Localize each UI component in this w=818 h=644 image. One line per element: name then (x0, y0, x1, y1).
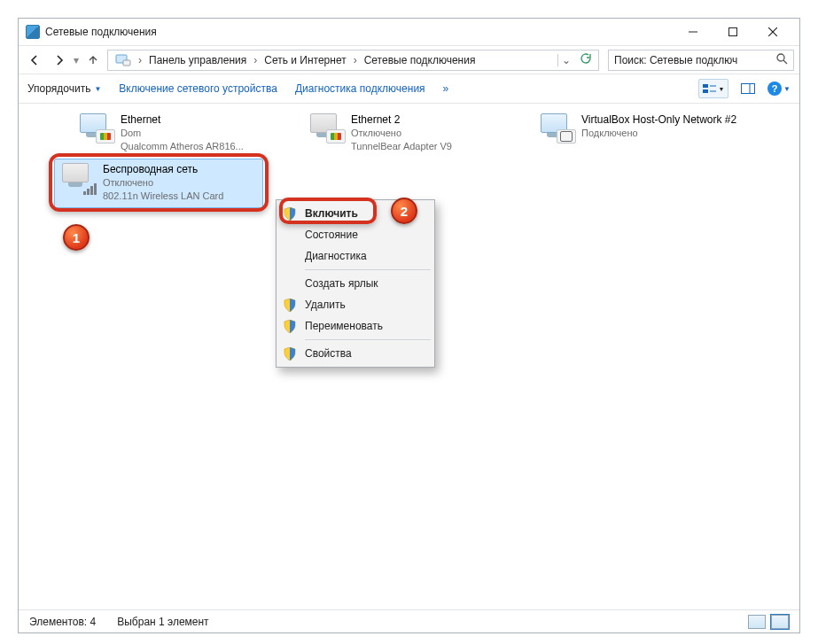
cmd-organize[interactable]: Упорядочить▼ (27, 82, 101, 95)
shield-icon (284, 299, 296, 312)
breadcrumb-item[interactable]: Панель управления (145, 50, 250, 70)
connection-ethernet[interactable]: Ethernet Dom Qualcomm Atheros AR816... (72, 109, 293, 159)
nav-history-dropdown[interactable]: ▾ (74, 54, 79, 66)
connection-status: Dom (121, 127, 244, 140)
chevron-right-icon[interactable]: › (136, 54, 144, 66)
connection-virtualbox[interactable]: VirtualBox Host-Only Network #2 Подключе… (533, 109, 754, 159)
chevron-down-icon: ▼ (719, 86, 725, 92)
svg-rect-9 (703, 89, 708, 93)
help-icon: ? (767, 81, 782, 96)
breadcrumb-root-icon[interactable] (112, 50, 135, 70)
status-selection: Выбран 1 элемент (117, 616, 208, 628)
ctx-separator (305, 339, 431, 340)
ctx-create-shortcut[interactable]: Создать ярлык (278, 273, 432, 294)
window-title: Сетевые подключения (45, 26, 157, 38)
connection-status: Отключено (103, 176, 223, 190)
chevron-right-icon[interactable]: › (252, 54, 259, 66)
close-button[interactable] (752, 19, 792, 44)
help-button[interactable]: ? ▼ (767, 81, 791, 96)
search-icon (776, 53, 788, 67)
chevron-down-icon: ▼ (783, 85, 791, 93)
ctx-properties[interactable]: Свойства (278, 343, 432, 364)
ctx-separator (305, 269, 431, 270)
view-details-button[interactable] (748, 615, 766, 629)
connection-status: Подключено (581, 127, 736, 140)
connection-ethernet2[interactable]: Ethernet 2 Отключено TunnelBear Adapter … (302, 109, 524, 159)
ctx-diagnostics[interactable]: Диагностика (278, 245, 432, 267)
network-adapter-icon (78, 113, 115, 149)
address-bar[interactable]: › Панель управления › Сеть и Интернет › … (107, 50, 599, 71)
svg-point-6 (777, 54, 784, 61)
ctx-label-enable: Включить (305, 207, 358, 220)
network-adapter-icon (308, 113, 346, 149)
svg-line-7 (783, 60, 787, 64)
forward-button[interactable] (49, 50, 70, 71)
ctx-label-diagnostics: Диагностика (305, 250, 367, 262)
preview-pane-button[interactable] (737, 79, 759, 98)
ctx-enable[interactable]: Включить (278, 203, 432, 224)
shield-icon (284, 320, 296, 333)
svg-rect-1 (728, 28, 736, 36)
window-frame: Сетевые подключения ▾ › Панель управлени… (0, 0, 818, 644)
connection-wireless[interactable]: Беспроводная сеть Отключено 802.11n Wire… (54, 159, 263, 208)
refresh-button[interactable] (575, 52, 595, 67)
svg-rect-5 (123, 60, 130, 66)
minimize-button[interactable] (673, 19, 713, 44)
titlebar: Сетевые подключения (19, 19, 799, 45)
content-area[interactable]: Ethernet Dom Qualcomm Atheros AR816... E… (19, 104, 799, 609)
ctx-delete[interactable]: Удалить (278, 294, 432, 315)
chevron-right-icon[interactable]: › (352, 54, 359, 66)
address-dropdown[interactable]: ⌄ (557, 54, 573, 66)
connection-device: Qualcomm Atheros AR816... (121, 140, 244, 153)
ctx-status[interactable]: Состояние (278, 224, 432, 245)
connection-device: 802.11n Wireless LAN Card (103, 190, 223, 203)
cmd-diagnostics[interactable]: Диагностика подключения (295, 82, 425, 95)
callout-badge-1: 1 (63, 224, 90, 251)
connection-name: Ethernet (121, 113, 244, 127)
network-adapter-icon (60, 163, 97, 198)
svg-rect-12 (742, 84, 755, 94)
view-button[interactable]: ▼ (698, 79, 728, 98)
view-large-icons-button[interactable] (771, 615, 789, 629)
ctx-label-delete: Удалить (305, 299, 346, 311)
context-menu: Включить Состояние Диагностика Создать я… (276, 199, 435, 368)
search-placeholder: Поиск: Сетевые подключ (614, 54, 771, 66)
command-bar: Упорядочить▼ Включение сетевого устройст… (19, 74, 799, 104)
status-count: Элементов: 4 (29, 616, 96, 628)
network-adapter-icon (539, 113, 576, 149)
ctx-rename[interactable]: Переименовать (278, 315, 432, 337)
shield-icon (284, 207, 296, 221)
shield-icon (284, 347, 296, 361)
ctx-label-status: Состояние (305, 229, 358, 241)
connection-name: Беспроводная сеть (103, 163, 223, 176)
connection-status: Отключено (351, 127, 452, 140)
maximize-button[interactable] (713, 19, 752, 44)
breadcrumb-item[interactable]: Сеть и Интернет (261, 50, 349, 70)
search-input[interactable]: Поиск: Сетевые подключ (608, 50, 794, 71)
up-button[interactable] (82, 50, 104, 71)
ctx-label-properties: Свойства (305, 347, 352, 360)
back-button[interactable] (24, 50, 45, 71)
svg-rect-8 (703, 84, 708, 88)
connection-name: Ethernet 2 (351, 113, 452, 127)
cmd-enable-device[interactable]: Включение сетевого устройства (119, 82, 277, 95)
ctx-label-rename: Переименовать (305, 320, 383, 332)
connection-device: TunnelBear Adapter V9 (351, 140, 452, 153)
status-bar: Элементов: 4 Выбран 1 элемент (19, 609, 799, 632)
nav-row: ▾ › Панель управления › Сеть и Интернет … (19, 45, 799, 74)
app-icon (26, 25, 40, 39)
ctx-label-shortcut: Создать ярлык (305, 277, 378, 290)
breadcrumb-item[interactable]: Сетевые подключения (361, 50, 479, 70)
cmd-overflow[interactable]: » (443, 82, 449, 95)
connection-name: VirtualBox Host-Only Network #2 (581, 113, 736, 127)
chevron-down-icon: ▼ (94, 85, 101, 93)
